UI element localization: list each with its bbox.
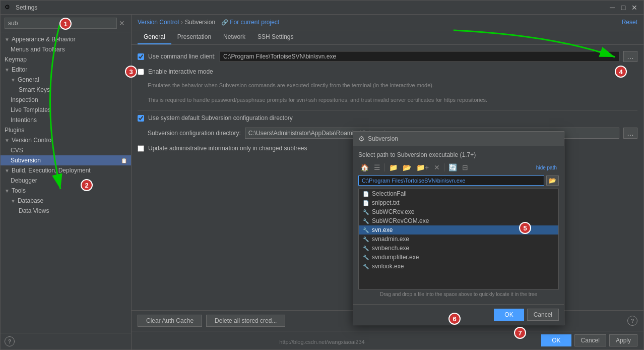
interactive-mode-label: Enable interactive mode: [148, 68, 213, 75]
interactive-desc2: This is required to handle password/pass…: [148, 96, 637, 104]
file-item-svnbench[interactable]: 🔧 svnbench.exe: [359, 244, 558, 253]
file-name: SelectionFail: [372, 190, 407, 197]
search-clear-button[interactable]: ✕: [117, 19, 127, 27]
system-default-label: Use system default Subversion configurat…: [148, 114, 293, 122]
dialog-toolbar: 🏠 ☰ 📁 📂 📁+ ✕ 🔄 ⊟ hide path: [358, 162, 559, 172]
system-default-checkbox[interactable]: [138, 115, 144, 122]
browse-button[interactable]: …: [623, 51, 637, 62]
file-list[interactable]: 📄 SelectionFail 📄 snippet.txt 🔧 SubWCRev…: [358, 189, 559, 289]
file-item-snippet[interactable]: 📄 snippet.txt: [359, 198, 558, 207]
collapse-tool-button[interactable]: ⊟: [460, 162, 470, 172]
settings-window: ⚙ Settings ─ □ ✕ ✕ ▼ Appearance & Behavi…: [0, 0, 644, 350]
file-item-svnadmin[interactable]: 🔧 svnadmin.exe: [359, 235, 558, 244]
new-folder-tool-button[interactable]: 📁+: [414, 162, 431, 172]
sidebar-item-debugger[interactable]: Debugger: [1, 176, 131, 186]
interactive-desc1: Emulates the behavior when Subversion co…: [148, 81, 637, 90]
tabs-bar: General Presentation Network SSH Setting…: [132, 30, 643, 45]
file-name: svn.exe: [372, 226, 393, 234]
file-item-svnlook[interactable]: 🔧 svnlook.exe: [359, 262, 558, 271]
clear-auth-button[interactable]: Clear Auth Cache: [138, 315, 202, 327]
folder-tool-button[interactable]: 📁: [387, 162, 400, 172]
sidebar-item-livetemplates[interactable]: Live Templates: [1, 105, 131, 115]
file-icon: 📄: [363, 200, 369, 206]
main-help-button[interactable]: ?: [627, 316, 637, 326]
help-button[interactable]: ?: [5, 336, 15, 346]
sidebar-item-general[interactable]: ▼ General: [1, 75, 131, 85]
sidebar-tree: ▼ Appearance & Behavior Menus and Toolba…: [1, 32, 131, 333]
file-icon: 🔧: [363, 255, 369, 260]
dialog-subtitle: Select path to Subversion executable (1.…: [358, 151, 559, 158]
tab-network[interactable]: Network: [217, 30, 251, 44]
subversion-dialog: ⚙ Subversion Select path to Subversion e…: [353, 131, 564, 325]
sidebar-item-dataviews[interactable]: Data Views: [1, 206, 131, 216]
file-icon: 🔧: [363, 237, 369, 242]
apply-button[interactable]: Apply: [609, 334, 637, 346]
action-bar: OK Cancel Apply: [132, 331, 643, 349]
breadcrumb-separator: ›: [181, 19, 183, 26]
sidebar-item-smartkeys[interactable]: Smart Keys: [1, 85, 131, 95]
dialog-hint: Drag and drop a file into the space abov…: [358, 289, 559, 299]
list-tool-button[interactable]: ☰: [372, 162, 382, 172]
sidebar-item-keymap[interactable]: Keymap: [1, 54, 131, 65]
file-name: svnbench.exe: [372, 245, 409, 252]
main-header: Version Control › Subversion 🔗 For curre…: [132, 15, 643, 30]
file-item-selectionfail[interactable]: 📄 SelectionFail: [359, 189, 558, 198]
hide-path-button[interactable]: hide path: [534, 164, 559, 171]
sidebar-item-versioncontrol[interactable]: ▼ Version Control: [1, 135, 131, 145]
sidebar-item-subversion[interactable]: Subversion 📋: [1, 155, 131, 165]
dialog-title-bar: ⚙ Subversion: [353, 132, 564, 146]
delete-tool-button[interactable]: ✕: [432, 162, 442, 172]
update-admin-label: Update administrative information only i…: [148, 145, 307, 152]
sidebar-item-tools[interactable]: ▼ Tools: [1, 186, 131, 196]
dialog-cancel-button[interactable]: Cancel: [527, 309, 559, 321]
command-line-checkbox[interactable]: [138, 53, 144, 60]
cancel-button[interactable]: Cancel: [574, 334, 606, 346]
sidebar-item-build[interactable]: ▼ Build, Execution, Deployment: [1, 165, 131, 176]
toolbar-sep2: [444, 163, 444, 171]
file-path-input[interactable]: [358, 176, 544, 186]
reset-button[interactable]: Reset: [622, 19, 637, 26]
dialog-content: Select path to Subversion executable (1.…: [353, 146, 564, 304]
sidebar-item-editor[interactable]: ▼ Editor: [1, 65, 131, 75]
config-dir-browse-button[interactable]: …: [623, 128, 637, 139]
title-bar-text: Settings: [16, 4, 607, 11]
watermark: http://blog.csdn.net/wangxiaoai234: [279, 339, 364, 345]
file-name: SubWCRev.exe: [372, 208, 414, 215]
tab-presentation[interactable]: Presentation: [171, 30, 217, 44]
home-tool-button[interactable]: 🏠: [358, 162, 371, 172]
breadcrumb: Version Control › Subversion 🔗 For curre…: [138, 19, 279, 26]
delete-stored-button[interactable]: Delete all stored cred...: [206, 315, 285, 327]
file-item-subwcrev[interactable]: 🔧 SubWCRev.exe: [359, 207, 558, 216]
file-browse-button[interactable]: 📂: [546, 176, 559, 186]
sidebar-item-database[interactable]: ▼ Database: [1, 196, 131, 206]
close-button[interactable]: ✕: [629, 3, 639, 13]
ok-button[interactable]: OK: [541, 334, 571, 346]
sidebar-item-cvs[interactable]: CVS: [1, 145, 131, 155]
breadcrumb-parent[interactable]: Version Control: [138, 19, 179, 26]
sidebar-item-intentions[interactable]: Intentions: [1, 115, 131, 125]
interactive-mode-checkbox[interactable]: [138, 69, 144, 75]
refresh-tool-button[interactable]: 🔄: [446, 162, 459, 172]
file-name: snippet.txt: [372, 199, 400, 206]
command-line-label: Use command line client:: [148, 53, 216, 60]
dialog-title-text: Subversion: [368, 135, 398, 142]
maximize-button[interactable]: □: [618, 3, 628, 13]
project-badge: 🔗 For current project: [221, 19, 279, 26]
sidebar-item-plugins[interactable]: Plugins: [1, 125, 131, 135]
sidebar-item-inspection[interactable]: Inspection: [1, 95, 131, 105]
sidebar-item-appearance[interactable]: ▼ Appearance & Behavior: [1, 34, 131, 44]
command-line-path-input[interactable]: [220, 51, 619, 62]
tab-ssh[interactable]: SSH Settings: [251, 30, 299, 44]
update-admin-checkbox[interactable]: [138, 145, 144, 152]
tab-general[interactable]: General: [138, 30, 171, 44]
minimize-button[interactable]: ─: [607, 3, 617, 13]
folder-open-tool-button[interactable]: 📂: [401, 162, 413, 172]
annotation-5: 5: [519, 222, 531, 234]
sidebar-item-menus[interactable]: Menus and Toolbars: [1, 44, 131, 54]
dialog-ok-button[interactable]: OK: [494, 309, 524, 321]
file-item-svndumpfilter[interactable]: 🔧 svndumpfilter.exe: [359, 253, 558, 262]
config-dir-label: Subversion configuration directory:: [148, 130, 241, 137]
sidebar-bottom: ?: [1, 333, 131, 349]
title-bar-controls: ─ □ ✕: [607, 3, 639, 13]
file-icon: 🔧: [363, 227, 369, 233]
